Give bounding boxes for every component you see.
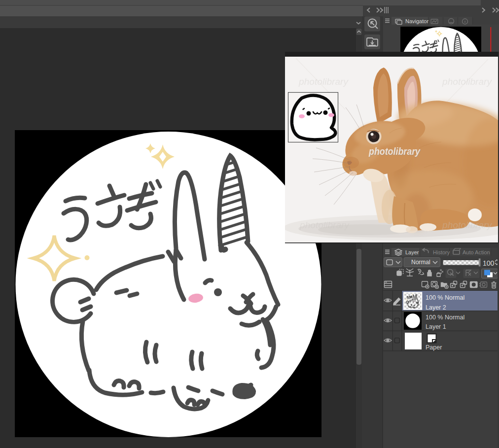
svg-text:photolibrary: photolibrary xyxy=(298,76,349,87)
svg-text:100 % Normal: 100 % Normal xyxy=(426,294,464,301)
svg-text:photolibrary: photolibrary xyxy=(442,76,493,87)
svg-text:Navigator: Navigator xyxy=(405,18,428,24)
svg-text:Layer 2: Layer 2 xyxy=(426,304,446,311)
svg-text:Normal: Normal xyxy=(411,259,430,266)
svg-text:photolibrary: photolibrary xyxy=(442,220,493,230)
svg-text:100: 100 xyxy=(483,259,495,267)
svg-text:History: History xyxy=(433,249,450,255)
svg-text:photolibrary: photolibrary xyxy=(368,146,421,157)
svg-text:Auto Action: Auto Action xyxy=(463,249,490,255)
svg-text:Layer 1: Layer 1 xyxy=(426,323,446,330)
svg-text:Layer: Layer xyxy=(405,249,419,255)
svg-text:photolibrary: photolibrary xyxy=(299,220,350,230)
svg-text:100 % Normal: 100 % Normal xyxy=(426,314,464,321)
svg-text:Paper: Paper xyxy=(426,344,442,351)
